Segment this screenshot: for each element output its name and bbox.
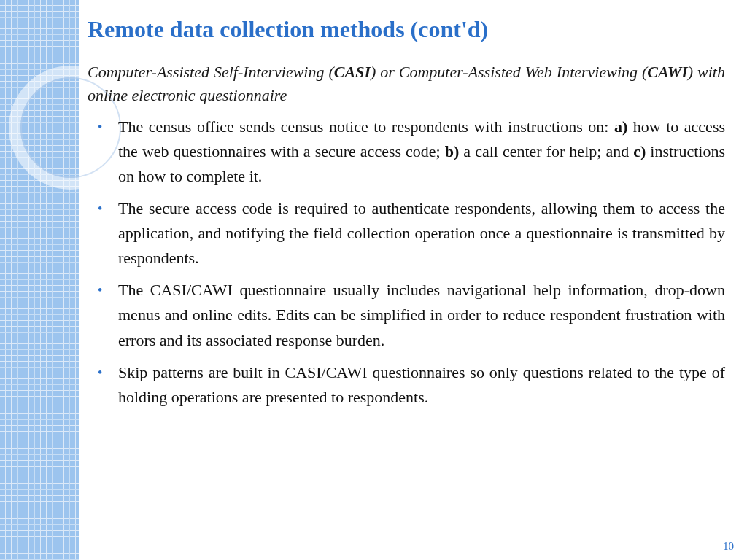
acronym-cawi: CAWI xyxy=(647,63,687,81)
label-b: b) xyxy=(445,142,460,160)
list-item: The secure access code is required to au… xyxy=(88,196,725,271)
content-area: Remote data collection methods (cont'd) … xyxy=(88,16,725,545)
intro-text-2: ) or Computer-Assisted Web Interviewing … xyxy=(371,63,647,81)
list-item: The census office sends census notice to… xyxy=(88,114,725,189)
label-c: c) xyxy=(633,142,646,160)
slide-title: Remote data collection methods (cont'd) xyxy=(88,16,725,43)
intro-text-1: Computer-Assisted Self-Interviewing ( xyxy=(88,63,334,81)
bullet-list: The census office sends census notice to… xyxy=(88,114,725,410)
bullet-text: a call center for help; and xyxy=(459,142,633,160)
slide: Remote data collection methods (cont'd) … xyxy=(0,0,747,560)
bullet-text: The census office sends census notice to… xyxy=(118,117,614,136)
list-item: Skip patterns are built in CASI/CAWI que… xyxy=(88,360,725,410)
acronym-casi: CASI xyxy=(334,63,371,81)
label-a: a) xyxy=(614,117,627,136)
page-number: 10 xyxy=(723,540,734,553)
intro-paragraph: Computer-Assisted Self-Interviewing (CAS… xyxy=(88,61,725,107)
bullet-text: The secure access code is required to au… xyxy=(118,199,725,267)
bullet-text: Skip patterns are built in CASI/CAWI que… xyxy=(118,363,725,406)
list-item: The CASI/CAWI questionnaire usually incl… xyxy=(88,278,725,352)
bullet-text: The CASI/CAWI questionnaire usually incl… xyxy=(118,281,725,349)
